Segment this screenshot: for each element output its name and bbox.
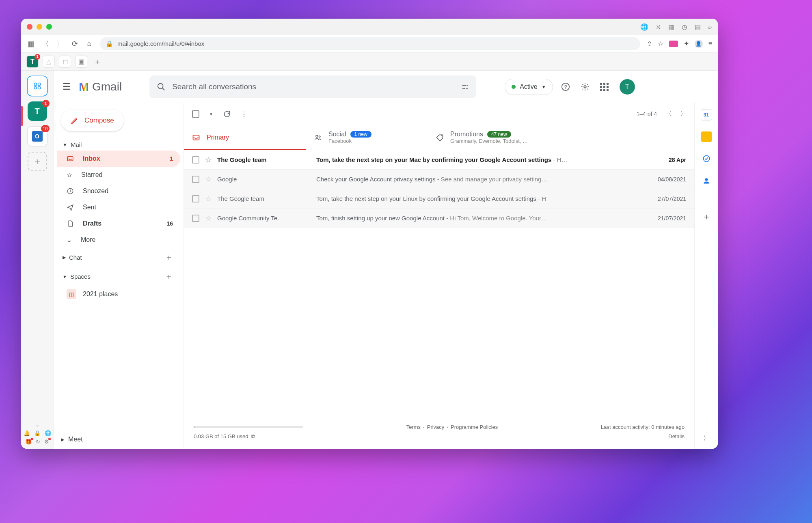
nav-drafts[interactable]: Drafts 16	[57, 215, 180, 232]
message-star-icon[interactable]: ☆	[205, 175, 212, 184]
svg-point-12	[316, 135, 318, 137]
side-calendar-icon[interactable]: 31	[701, 110, 712, 120]
footer-details[interactable]: Details	[668, 433, 685, 440]
svg-rect-1	[38, 83, 40, 86]
add-chat-icon[interactable]: ＋	[165, 252, 173, 263]
globe-small-icon[interactable]: 🌐	[45, 430, 51, 436]
browser-profile-icon[interactable]: 👤	[695, 40, 703, 48]
home-button[interactable]: ⌂	[85, 39, 93, 48]
side-divider	[702, 199, 711, 199]
message-star-icon[interactable]: ☆	[205, 214, 212, 223]
rail-add-account[interactable]: ＋	[28, 152, 47, 171]
nav-snoozed[interactable]: Snoozed	[57, 183, 180, 199]
gmail-logo[interactable]: M Gmail	[79, 80, 122, 94]
tune-icon[interactable]	[461, 83, 469, 91]
nav-sent[interactable]: Sent	[57, 199, 180, 215]
rail-apps-button[interactable]	[28, 76, 47, 96]
promotions-tab-icon	[436, 133, 444, 142]
settings-small-icon[interactable]: ⚙	[44, 439, 49, 445]
message-row[interactable]: ☆The Google teamTom, take the next step …	[184, 189, 694, 209]
extensions-puzzle-icon[interactable]: ✦	[684, 40, 689, 47]
space-item[interactable]: ◫ 2021 places	[57, 286, 180, 302]
svg-line-5	[162, 88, 165, 90]
forward-button[interactable]: 〉	[56, 39, 64, 49]
svg-point-8	[584, 86, 586, 88]
message-row[interactable]: ☆Google Community Te.Tom, finish setting…	[184, 209, 694, 228]
extension-pink-icon[interactable]	[669, 41, 678, 47]
message-row[interactable]: ☆GoogleCheck your Google Account privacy…	[184, 170, 694, 189]
bell-icon[interactable]: 🔔	[24, 430, 30, 436]
refresh-icon[interactable]	[223, 110, 231, 118]
nav-inbox[interactable]: Inbox 1	[57, 151, 180, 167]
globe-icon[interactable]: 🌐	[640, 23, 648, 31]
search-input[interactable]: Search all conversations	[149, 75, 476, 98]
nav-more[interactable]: ⌄ More	[57, 232, 180, 248]
tile-icon[interactable]: ▦	[668, 23, 674, 31]
rail-chevron-down-icon[interactable]: ⌄	[35, 422, 39, 428]
gift-icon[interactable]: 🎁	[25, 439, 32, 445]
message-checkbox[interactable]	[192, 176, 199, 183]
google-apps-icon[interactable]	[600, 83, 611, 91]
search-icon[interactable]: ⌕	[708, 23, 712, 31]
social-tab-icon	[314, 133, 322, 142]
back-button[interactable]: 〈	[41, 39, 50, 49]
sidebar-toggle-icon[interactable]: ▥	[27, 39, 35, 48]
page-next-icon[interactable]: 〉	[680, 110, 686, 118]
open-storage-icon[interactable]: ⧉	[251, 433, 255, 439]
address-bar[interactable]: 🔒 mail.google.com/mail/u/0/#inbox	[100, 37, 640, 50]
app-tab-generic-1[interactable]: ◻	[59, 56, 71, 67]
footer-policies[interactable]: Programme Policies	[451, 424, 498, 430]
grid-icon[interactable]: ▤	[695, 23, 701, 31]
compose-button[interactable]: Compose	[61, 110, 124, 131]
select-dropdown-icon[interactable]: ▼	[209, 112, 213, 116]
app-tab-add[interactable]: ＋	[92, 56, 103, 67]
app-tab-gmail-pinned[interactable]: T1	[27, 56, 38, 67]
tab-social[interactable]: Social1 new Facebook	[306, 125, 428, 150]
settings-icon[interactable]	[581, 82, 592, 91]
side-collapse-icon[interactable]: 〉	[703, 433, 710, 443]
select-all-checkbox[interactable]	[192, 110, 199, 118]
support-icon[interactable]: ?	[561, 82, 572, 91]
section-meet-header[interactable]: ▶Meet	[54, 430, 184, 449]
compass-icon[interactable]: ◷	[682, 23, 687, 31]
section-spaces-header[interactable]: ▼Spaces ＋	[57, 267, 180, 286]
nav-starred[interactable]: ☆ Starred	[57, 167, 180, 183]
shuffle-icon[interactable]: ⤭	[656, 23, 661, 31]
tab-promotions[interactable]: Promotions47 new Grammarly, Evernote, To…	[428, 125, 549, 150]
window-traffic-lights[interactable]	[27, 24, 52, 30]
app-tab-drive[interactable]: △	[43, 56, 54, 67]
share-icon[interactable]: ⇪	[647, 40, 652, 47]
browser-menu-icon[interactable]: ≡	[708, 40, 712, 47]
bookmark-star-icon[interactable]: ☆	[658, 40, 663, 47]
footer-terms[interactable]: Terms	[406, 424, 421, 430]
rail-account-outlook[interactable]: O 10	[28, 127, 47, 146]
add-space-icon[interactable]: ＋	[165, 271, 173, 282]
side-add-icon[interactable]: ＋	[702, 211, 711, 223]
refresh-small-icon[interactable]: ↻	[36, 439, 40, 445]
side-keep-icon[interactable]	[701, 131, 712, 142]
section-chat-header[interactable]: ▶Chat ＋	[57, 248, 180, 267]
rail-account-gmail[interactable]: T 1	[28, 101, 47, 121]
side-tasks-icon[interactable]	[701, 153, 712, 164]
message-row[interactable]: ☆The Google teamTom, take the next step …	[184, 150, 694, 170]
clock-icon	[67, 187, 74, 195]
status-chip[interactable]: Active ▼	[505, 79, 553, 95]
message-star-icon[interactable]: ☆	[205, 194, 212, 203]
more-icon[interactable]: ⋮	[241, 110, 247, 118]
gmail-m-icon: M	[79, 80, 89, 94]
section-mail-header[interactable]: ▼Mail	[57, 139, 180, 151]
footer-privacy[interactable]: Privacy	[427, 424, 445, 430]
account-avatar[interactable]: T	[620, 79, 635, 95]
message-checkbox[interactable]	[192, 215, 199, 222]
app-tab-generic-2[interactable]: ▣	[76, 56, 87, 67]
page-prev-icon[interactable]: 〈	[666, 110, 672, 118]
message-subject: Tom, take the next step on your Linux by…	[316, 195, 636, 202]
message-star-icon[interactable]: ☆	[205, 155, 212, 164]
message-checkbox[interactable]	[192, 156, 199, 164]
reload-button[interactable]: ⟳	[71, 39, 79, 48]
main-menu-icon[interactable]: ☰	[63, 82, 71, 92]
side-contacts-icon[interactable]	[701, 175, 712, 186]
message-checkbox[interactable]	[192, 195, 199, 202]
tab-primary[interactable]: Primary	[184, 125, 306, 150]
lock-small-icon[interactable]: 🔒	[34, 430, 41, 436]
